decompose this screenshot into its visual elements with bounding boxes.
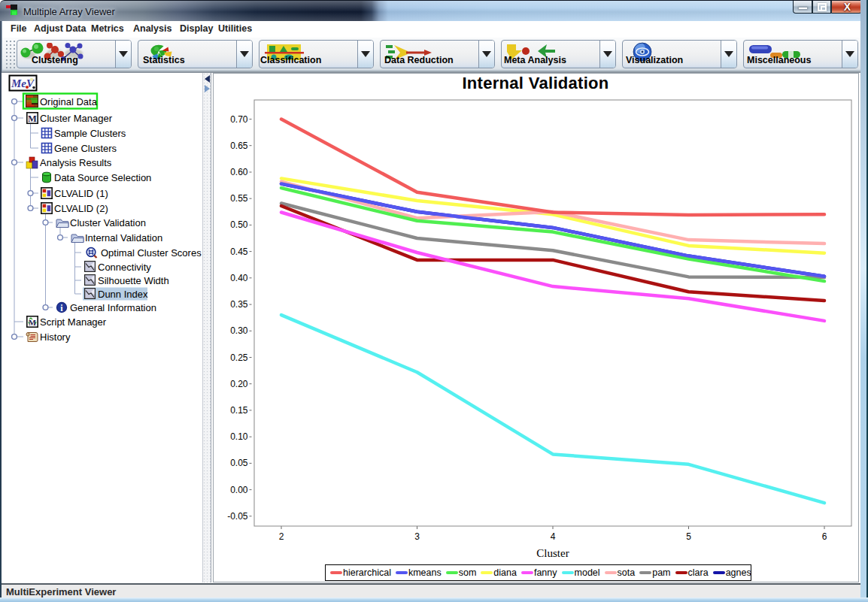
svg-text:5: 5 [686,531,691,542]
svg-text:-0.05: -0.05 [227,511,248,522]
svg-text:M: M [29,319,36,327]
svg-text:2: 2 [279,531,284,542]
svg-text:0.50: 0.50 [230,219,248,230]
svg-text:4: 4 [551,531,556,542]
svg-text:M: M [28,113,37,124]
svg-text:3: 3 [414,531,420,542]
svg-text:0.70: 0.70 [230,114,248,125]
svg-text:0.65: 0.65 [230,141,248,151]
svg-text:0.15: 0.15 [230,405,248,416]
svg-text:0.40: 0.40 [230,273,248,283]
svg-text:0.45: 0.45 [230,247,248,257]
svg-text:0.00: 0.00 [230,485,248,495]
svg-text:0.60: 0.60 [230,167,248,177]
svg-text:0.10: 0.10 [230,431,248,442]
svg-text:0.35: 0.35 [230,299,248,310]
svg-text:Cluster: Cluster [536,547,569,559]
svg-text:0.05: 0.05 [230,458,248,468]
svg-text:0.25: 0.25 [230,352,248,363]
svg-text:0.30: 0.30 [230,325,248,336]
svg-text:0.20: 0.20 [230,379,248,389]
svg-text:6: 6 [822,531,827,542]
svg-text:Internal Validation: Internal Validation [462,74,609,92]
svg-text:0.55: 0.55 [230,193,248,204]
